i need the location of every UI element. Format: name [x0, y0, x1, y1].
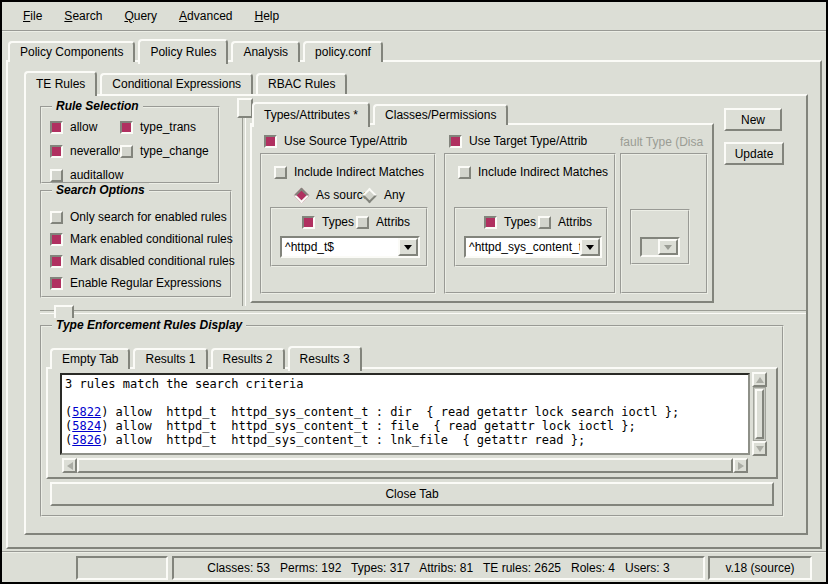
checkbox-indicator[interactable] [264, 135, 277, 148]
checkbox-indicator[interactable] [50, 121, 63, 134]
tab-classes-permissions[interactable]: Classes/Permissions [373, 104, 508, 125]
checkbox-indicator[interactable] [50, 211, 63, 224]
target-type-frame: Include Indirect Matches Types Attribs ^… [444, 153, 616, 294]
menu-help[interactable]: Help [245, 6, 288, 26]
checkbox-use-source-type[interactable]: Use Source Type/Attrib [264, 134, 407, 148]
target-type-combobox[interactable]: ^httpd_sys_content_t$ [464, 236, 602, 258]
search-options-group: Search Options Only search for enabled r… [40, 190, 232, 298]
radio-indicator[interactable] [362, 187, 378, 203]
scrollbar-thumb[interactable] [77, 458, 733, 473]
tab-policy-rules[interactable]: Policy Rules [138, 39, 228, 64]
checkbox-indicator[interactable] [50, 145, 63, 158]
checkbox-source-attribs[interactable]: Attribs [356, 215, 410, 229]
checkbox-indicator[interactable] [50, 277, 63, 290]
apol-main-window: File Search Query Advanced Help Policy C… [0, 0, 828, 584]
rule-line: (5822) allow httpd_t httpd_sys_content_t… [65, 405, 745, 419]
radio-any[interactable]: Any [362, 188, 405, 202]
checkbox-type-trans[interactable]: type_trans [120, 120, 196, 134]
menu-search[interactable]: Search [55, 6, 111, 26]
checkbox-type-change[interactable]: type_change [120, 144, 209, 158]
default-type-label: fault Type (Disa [620, 135, 712, 149]
combobox-dropdown-arrow-icon[interactable] [580, 238, 600, 256]
default-type-frame [620, 153, 708, 294]
scrollbar-thumb[interactable] [755, 389, 764, 439]
checkbox-indicator[interactable] [449, 135, 462, 148]
rule-number-link[interactable]: 5824 [72, 419, 101, 433]
menu-query[interactable]: Query [115, 6, 166, 26]
checkbox-auditallow[interactable]: auditallow [50, 168, 123, 182]
scroll-down-arrow-icon[interactable] [752, 441, 767, 456]
checkbox-indicator[interactable] [50, 169, 63, 182]
checkbox-mark-enabled-conditional[interactable]: Mark enabled conditional rules [50, 232, 233, 246]
scroll-up-arrow-icon[interactable] [752, 372, 767, 387]
radio-indicator[interactable] [294, 187, 310, 203]
tab-rbac-rules[interactable]: RBAC Rules [256, 73, 347, 94]
checkbox-indicator[interactable] [50, 233, 63, 246]
new-button[interactable]: New [724, 108, 782, 131]
checkbox-target-types[interactable]: Types [484, 215, 536, 229]
tab-policy-components[interactable]: Policy Components [8, 41, 135, 62]
search-options-title: Search Options [52, 183, 149, 197]
target-types-attribs-frame: Types Attribs ^httpd_sys_content_t$ [454, 207, 608, 267]
checkbox-indicator[interactable] [274, 166, 287, 179]
horizontal-scrollbar[interactable] [62, 458, 748, 473]
checkbox-source-types[interactable]: Types [302, 215, 354, 229]
checkbox-indicator[interactable] [356, 216, 369, 229]
results-text-area[interactable]: 3 rules match the search criteria (5822)… [60, 373, 750, 455]
tab-results-3[interactable]: Results 3 [288, 346, 362, 371]
scroll-left-arrow-icon[interactable] [62, 458, 77, 473]
te-rules-display-title: Type Enforcement Rules Display [52, 318, 246, 332]
checkbox-indicator[interactable] [538, 216, 551, 229]
checkbox-allow[interactable]: allow [50, 120, 97, 134]
scrollbar-trough[interactable] [753, 387, 766, 441]
horizontal-sash[interactable] [40, 310, 806, 314]
rule-selection-title: Rule Selection [52, 99, 143, 113]
checkbox-indicator[interactable] [302, 216, 315, 229]
checkbox-indicator[interactable] [458, 166, 471, 179]
radio-as-source[interactable]: As source [294, 188, 369, 202]
checkbox-source-include-indirect[interactable]: Include Indirect Matches [274, 165, 424, 179]
checkbox-target-include-indirect[interactable]: Include Indirect Matches [458, 165, 608, 179]
status-bar-divider [2, 551, 826, 553]
tab-te-rules[interactable]: TE Rules [24, 71, 97, 96]
menu-file[interactable]: File [14, 6, 51, 26]
checkbox-only-enabled-rules[interactable]: Only search for enabled rules [50, 210, 227, 224]
tab-empty-tab[interactable]: Empty Tab [50, 348, 130, 369]
rule-selection-group: Rule Selection allow type_trans neverall… [40, 106, 220, 184]
tab-types-attributes[interactable]: Types/Attributes * [252, 102, 370, 127]
update-button[interactable]: Update [724, 142, 784, 165]
tab-conditional-expressions[interactable]: Conditional Expressions [100, 73, 253, 94]
checkbox-mark-disabled-conditional[interactable]: Mark disabled conditional rules [50, 254, 235, 268]
te-rules-panel: Rule Selection allow type_trans neverall… [24, 94, 808, 535]
checkbox-indicator[interactable] [120, 145, 133, 158]
checkbox-use-target-type[interactable]: Use Target Type/Attrib [449, 134, 587, 148]
checkbox-indicator[interactable] [120, 121, 133, 134]
tab-analysis[interactable]: Analysis [231, 41, 300, 62]
vertical-scrollbar[interactable] [752, 372, 767, 456]
rule-number-link[interactable]: 5826 [72, 433, 101, 447]
tab-results-1[interactable]: Results 1 [133, 348, 207, 369]
vertical-sash[interactable] [242, 100, 246, 306]
source-types-attribs-frame: Types Attribs ^httpd_t$ [270, 207, 428, 267]
close-tab-button[interactable]: Close Tab [50, 482, 774, 506]
scroll-right-arrow-icon[interactable] [733, 458, 748, 473]
source-type-frame: Include Indirect Matches As source Any T… [260, 153, 436, 294]
types-attributes-panel: Use Source Type/Attrib Include Indirect … [250, 123, 714, 303]
default-type-inner-frame [630, 209, 690, 265]
types-attributes-tab-bar: Types/Attributes * Classes/Permissions [252, 99, 511, 125]
combobox-dropdown-arrow-icon[interactable] [398, 238, 418, 256]
menu-advanced[interactable]: Advanced [170, 6, 241, 26]
checkbox-target-attribs[interactable]: Attribs [538, 215, 592, 229]
tab-results-2[interactable]: Results 2 [211, 348, 285, 369]
tab-policy-conf[interactable]: policy.conf [303, 41, 383, 62]
main-tab-bar: Policy Components Policy Rules Analysis … [8, 36, 386, 62]
checkbox-indicator[interactable] [50, 255, 63, 268]
vertical-sash-handle[interactable] [237, 98, 253, 118]
checkbox-enable-regex[interactable]: Enable Regular Expressions [50, 276, 221, 290]
rule-number-link[interactable]: 5822 [72, 405, 101, 419]
checkbox-neverallow[interactable]: neverallow [50, 144, 127, 158]
menu-bar: File Search Query Advanced Help [2, 2, 826, 32]
checkbox-indicator[interactable] [484, 216, 497, 229]
source-type-combobox[interactable]: ^httpd_t$ [280, 236, 420, 258]
rule-line: (5826) allow httpd_t httpd_sys_content_t… [65, 433, 745, 447]
